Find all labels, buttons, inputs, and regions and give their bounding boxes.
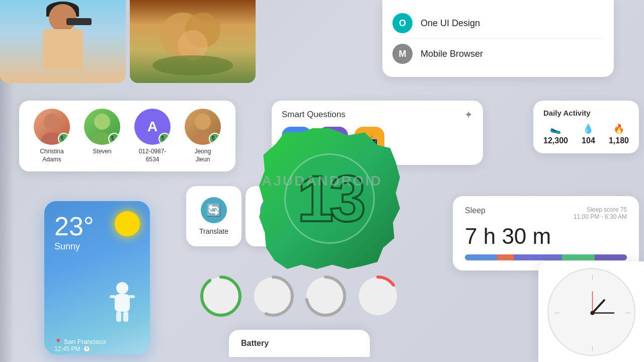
phone-badge-1: 📞: [58, 133, 70, 145]
translate-icon: 🔄: [201, 197, 227, 223]
svg-point-10: [116, 282, 128, 294]
browser-label: Mobile Browser: [421, 49, 483, 59]
steps-icon: 🥿: [550, 123, 561, 134]
svg-rect-13: [129, 295, 135, 298]
weather-time: 12:45 PM: [54, 345, 80, 352]
weather-city: San Francisco: [64, 338, 106, 345]
svg-point-8: [195, 114, 211, 130]
circle-phone: 📱 90%: [199, 274, 243, 318]
svg-line-28: [592, 300, 604, 313]
sunglasses: [66, 18, 92, 25]
calories-value: 1,180: [609, 136, 629, 145]
contact-name-steven: Steven: [93, 148, 111, 156]
sleep-meta: Sleep score 75 11:00 PM - 6:30 AM: [574, 206, 627, 220]
weather-figure: [100, 279, 145, 329]
svg-rect-14: [116, 312, 121, 322]
contact-avatar-number: A 📞: [134, 109, 171, 145]
svg-point-4: [44, 114, 60, 130]
top-photos-strip: [0, 0, 256, 83]
weather-widget: 23° Sunny 📍 San Francisco 12:45 PM 🕐: [44, 201, 150, 354]
weather-condition: Sunny: [54, 241, 140, 252]
battery-widget: Battery: [229, 330, 370, 357]
watermark: AJUDANDROID: [262, 173, 382, 189]
sleep-widget: Sleep Sleep score 75 11:00 PM - 6:30 AM …: [453, 196, 639, 270]
sleep-bar: [465, 254, 627, 260]
clock-icon: 🕐: [83, 345, 91, 352]
sleep-seg-4: [562, 254, 594, 260]
contact-avatar-steven: 📞: [84, 109, 120, 145]
contact-name-number: 012-0987-6534: [139, 148, 167, 163]
sleep-title: Sleep: [465, 206, 486, 215]
daily-activity-title: Daily Activity: [543, 109, 629, 117]
contact-name-jeong: JeongJieun: [195, 148, 211, 163]
photo-food: [130, 0, 256, 83]
phone-badge-3: 📞: [158, 133, 171, 145]
svg-rect-12: [110, 295, 116, 298]
sleep-duration: 7 h 30 m: [465, 224, 627, 248]
head: [49, 4, 76, 32]
contact-avatar-christina: 📞: [34, 109, 70, 145]
sleep-time-range: 11:00 PM - 6:30 AM: [574, 213, 627, 220]
apps-widget: O One UI Design M Mobile Browser: [382, 0, 614, 77]
sleep-header: Sleep Sleep score 75 11:00 PM - 6:30 AM: [465, 206, 627, 220]
sleep-seg-5: [595, 254, 627, 260]
sleep-score: Sleep score 75: [574, 206, 627, 213]
daily-activity-stats: 🥿 12,300 💧 104 🔥 1,180: [543, 123, 629, 145]
contact-number[interactable]: A 📞 012-0987-6534: [130, 109, 175, 163]
clock-svg: [548, 269, 636, 357]
sparkle-icon: ✦: [464, 109, 473, 121]
contact-christina[interactable]: 📞 ChristinaAdams: [29, 109, 74, 163]
calories-stat: 🔥 1,180: [609, 123, 629, 145]
contact-jeong[interactable]: 📞 JeongJieun: [180, 109, 225, 163]
oneui-icon: O: [392, 13, 413, 33]
contact-steven[interactable]: 📞 Steven: [79, 109, 125, 156]
daily-activity-widget: Daily Activity 🥿 12,300 💧 104 🔥 1,180: [533, 101, 639, 153]
person-figure: [33, 2, 93, 82]
water-value: 104: [582, 136, 595, 145]
app-item-browser[interactable]: M Mobile Browser: [392, 39, 604, 69]
sleep-seg-3: [514, 254, 562, 260]
quick-btn-translate[interactable]: 🔄 Translate: [186, 186, 242, 246]
phone-badge-4: 📞: [209, 133, 221, 145]
svg-rect-11: [115, 294, 130, 312]
browser-icon: M: [392, 44, 413, 64]
calories-icon: 🔥: [613, 123, 624, 134]
svg-point-6: [94, 114, 110, 130]
translate-label: Translate: [199, 227, 228, 235]
weather-location: 📍 San Francisco: [54, 338, 106, 345]
contact-avatar-jeong: 📞: [185, 109, 221, 145]
sleep-seg-2: [497, 254, 513, 260]
contacts-widget: 📞 ChristinaAdams 📞 Steven A 📞 012-0987-6…: [19, 101, 235, 171]
water-icon: 💧: [583, 123, 594, 134]
sun-icon: [115, 211, 140, 236]
svg-point-31: [590, 311, 594, 315]
pin-icon: 📍: [54, 338, 62, 345]
food-illustration: [142, 0, 243, 83]
water-stat: 💧 104: [582, 123, 595, 145]
battery-title: Battery: [241, 339, 269, 347]
clock-widget: [538, 261, 644, 362]
badge-shape: 13: [259, 128, 400, 269]
phone-badge-2: 📞: [108, 133, 120, 145]
photo-person: [0, 0, 126, 83]
sleep-seg-1: [465, 254, 497, 260]
svg-rect-15: [123, 312, 128, 322]
oneui-label: One UI Design: [421, 18, 480, 29]
body: [43, 29, 83, 69]
contact-name-christina: ChristinaAdams: [40, 148, 63, 163]
steps-value: 12,300: [543, 136, 568, 145]
app-item-oneui[interactable]: O One UI Design: [392, 8, 604, 39]
android-13-badge: 13: [247, 116, 413, 282]
steps-stat: 🥿 12,300: [543, 123, 568, 145]
svg-point-3: [152, 55, 233, 75]
clock-face: [547, 268, 635, 356]
